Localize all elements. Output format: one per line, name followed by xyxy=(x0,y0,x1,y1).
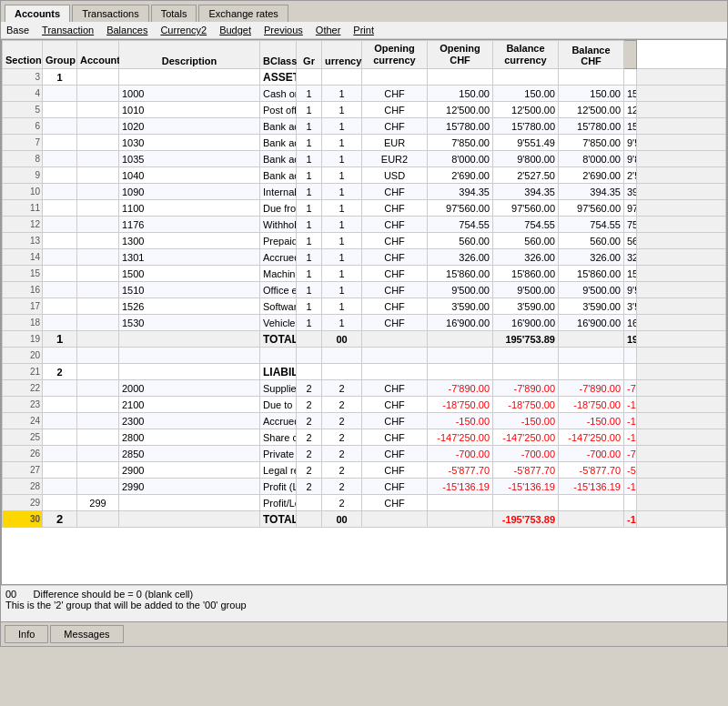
table-row[interactable]: 232100Due to banks short-term22CHF-18'75… xyxy=(3,397,726,413)
col-header-gr: Gr xyxy=(297,41,322,69)
menu-transaction[interactable]: Transaction xyxy=(40,24,96,36)
table-row[interactable]: 41000Cash on hand11CHF150.00150.00150.00… xyxy=(3,86,726,102)
table-row[interactable]: 61020Bank account11CHF15'780.0015'780.00… xyxy=(3,118,726,135)
menu-other[interactable]: Other xyxy=(314,24,343,36)
col-header-currency: urrency xyxy=(322,41,362,69)
col-header-scrollbar xyxy=(624,41,637,69)
col-header-account: Account xyxy=(77,41,119,69)
col-header-bclass: BClass xyxy=(260,41,297,69)
bottom-tab-info[interactable]: Info xyxy=(5,625,48,643)
table-row[interactable]: 181530Vehicles11CHF16'900.0016'900.0016'… xyxy=(3,315,726,331)
table-row[interactable]: 191TOTAL ASSETS00195'753.89195'753.89 xyxy=(3,331,726,348)
bottom-tab-messages[interactable]: Messages xyxy=(50,625,123,643)
bottom-tab-bar: Info Messages xyxy=(1,621,727,646)
col-header-balance-chf: Balance CHF xyxy=(559,41,624,69)
table-row[interactable]: 242300Accrued expenses22CHF-150.00-150.0… xyxy=(3,413,726,429)
tab-exchange-rates[interactable]: Exchange rates xyxy=(198,5,288,22)
table-row[interactable]: 161510Office equipment11CHF9'500.009'500… xyxy=(3,282,726,298)
col-header-group: Group xyxy=(43,41,77,69)
menu-budget[interactable]: Budget xyxy=(217,24,253,36)
menu-base[interactable]: Base xyxy=(5,24,31,36)
table-row[interactable]: 81035Bank account EUR211EUR28'000.009'80… xyxy=(3,151,726,167)
menu-previous[interactable]: Previous xyxy=(262,24,305,36)
tab-bar: Accounts Transactions Totals Exchange ra… xyxy=(1,1,727,22)
table-row[interactable]: 29299Profit/Loss for the period2CHF xyxy=(3,495,726,511)
menu-currency2[interactable]: Currency2 xyxy=(158,24,208,36)
tab-transactions[interactable]: Transactions xyxy=(72,5,149,22)
table-row[interactable]: 121176Withholding tax11CHF754.55754.5575… xyxy=(3,217,726,233)
col-header-section: Section xyxy=(3,41,43,69)
table-row[interactable]: 51010Post office current account11CHF12'… xyxy=(3,102,726,118)
table-row[interactable]: 101090Internal transfers11CHF394.35394.3… xyxy=(3,184,726,200)
table-row[interactable]: 71030Bank account EUR11EUR7'850.009'551.… xyxy=(3,135,726,151)
table-row[interactable]: 171526Software11CHF3'590.003'590.003'590… xyxy=(3,298,726,315)
table-row[interactable]: 151500Machinery11CHF15'860.0015'860.0015… xyxy=(3,266,726,282)
table-row[interactable]: 262850Private account22CHF-700.00-700.00… xyxy=(3,446,726,462)
menu-balances[interactable]: Balances xyxy=(105,24,149,36)
tab-accounts[interactable]: Accounts xyxy=(5,5,70,22)
status-text1: Difference should be = 0 (blank cell) xyxy=(34,589,194,600)
col-header-opening-chf: Opening CHF xyxy=(428,41,493,69)
table-row[interactable]: 212LIABILITIES xyxy=(3,364,726,380)
tab-totals[interactable]: Totals xyxy=(151,5,197,22)
table-row[interactable]: 141301Accrued income11CHF326.00326.00326… xyxy=(3,249,726,266)
table-row[interactable]: 131300Prepaid expenses11CHF560.00560.005… xyxy=(3,233,726,249)
accounts-table: Section Group Account Description BClass… xyxy=(2,40,726,528)
table-row[interactable]: 302TOTAL LIABILITIES00-195'753.89-195'75… xyxy=(3,511,726,528)
col-header-balance-currency: Balancecurrency xyxy=(493,41,559,69)
table-row[interactable]: 91040Bank account USD11USD2'690.002'527.… xyxy=(3,167,726,184)
table-row[interactable]: 282990Profit (Loss) carried forward22CHF… xyxy=(3,479,726,495)
col-header-description: Description xyxy=(119,41,260,69)
table-row[interactable]: 222000Suppliers22CHF-7'890.00-7'890.00-7… xyxy=(3,380,726,397)
status-bar: 00 Difference should be = 0 (blank cell)… xyxy=(1,585,727,621)
table-row[interactable]: 31ASSETS xyxy=(3,69,726,86)
col-header-opening-currency: Openingcurrency xyxy=(362,41,428,69)
menu-bar: Base Transaction Balances Currency2 Budg… xyxy=(1,22,727,39)
accounts-table-container[interactable]: Section Group Account Description BClass… xyxy=(1,39,727,585)
table-row[interactable]: 272900Legal reserves22CHF-5'877.70-5'877… xyxy=(3,462,726,479)
table-row[interactable]: 20 xyxy=(3,348,726,364)
status-code: 00 xyxy=(5,589,16,600)
main-window: Accounts Transactions Totals Exchange ra… xyxy=(0,0,728,647)
status-line2: This is the '2' group that will be added… xyxy=(5,600,723,610)
table-row[interactable]: 111100Due from Clients or Debtors11CHF97… xyxy=(3,200,726,217)
table-row[interactable]: 252800Share capital22CHF-147'250.00-147'… xyxy=(3,429,726,446)
menu-print[interactable]: Print xyxy=(351,24,376,36)
status-line1: 00 Difference should be = 0 (blank cell) xyxy=(5,589,723,600)
